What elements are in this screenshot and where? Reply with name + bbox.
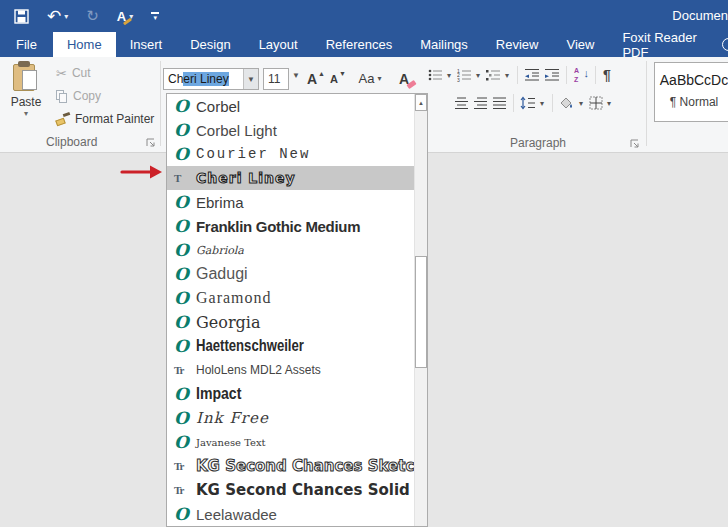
- undo-button[interactable]: ↶ ▾: [47, 0, 68, 32]
- decrease-indent-button[interactable]: [522, 65, 542, 85]
- scroll-up-button[interactable]: ▲: [415, 94, 427, 111]
- redo-button: ↻: [86, 0, 99, 32]
- line-spacing-caret[interactable]: ▾: [538, 99, 546, 108]
- multilevel-list-button[interactable]: [484, 65, 503, 85]
- opentype-icon: O: [174, 264, 196, 284]
- shading-dropdown-caret[interactable]: ▾: [577, 99, 585, 108]
- cut-label: Cut: [72, 66, 91, 80]
- svg-text:3: 3: [457, 77, 460, 83]
- sort-button[interactable]: AZ↓: [571, 65, 591, 85]
- paste-label: Paste: [6, 95, 46, 109]
- shading-button[interactable]: [557, 93, 577, 113]
- tab-view[interactable]: View: [552, 32, 608, 57]
- align-right-button[interactable]: [471, 93, 490, 113]
- dropdown-scrollbar[interactable]: ▲: [414, 94, 427, 526]
- font-name-combobox[interactable]: Cheri Liney ▼: [163, 68, 259, 90]
- font-item-franklin-gothic-medium[interactable]: OFranklin Gothic Medium: [167, 214, 414, 238]
- font-item-kg-second-chances-sketch[interactable]: TrKG Second Chances Sketch: [167, 454, 414, 478]
- tab-mailings[interactable]: Mailings: [406, 32, 482, 57]
- format-painter-label: Format Painter: [75, 112, 154, 126]
- borders-dropdown-caret[interactable]: ▾: [605, 99, 613, 108]
- bullets-button[interactable]: [426, 65, 445, 85]
- font-item-garamond[interactable]: OGaramond: [167, 286, 414, 310]
- paste-button[interactable]: Paste ▾: [6, 61, 46, 133]
- tab-layout[interactable]: Layout: [245, 32, 312, 57]
- font-name-value: Cheri Liney: [164, 72, 243, 86]
- font-item-cheri-liney[interactable]: TCheri Liney: [167, 166, 414, 190]
- scrollbar-thumb[interactable]: [415, 256, 427, 368]
- borders-button[interactable]: [587, 93, 605, 113]
- tab-foxit-reader-pdf[interactable]: Foxit Reader PDF: [608, 32, 728, 57]
- font-item-ebrima[interactable]: OEbrima: [167, 190, 414, 214]
- bullets-dropdown-caret[interactable]: ▾: [445, 71, 453, 80]
- increase-indent-button[interactable]: [542, 65, 562, 85]
- font-item-ink-free[interactable]: OInk Free: [167, 406, 414, 430]
- font-item-kg-second-chances-solid[interactable]: TrKG Second Chances Solid: [167, 478, 414, 502]
- font-item-courier-new[interactable]: OCourier New: [167, 142, 414, 166]
- tab-review[interactable]: Review: [482, 32, 553, 57]
- clear-formatting-button[interactable]: A: [394, 67, 414, 90]
- align-center-button[interactable]: [452, 93, 471, 113]
- cut-icon: ✂: [56, 66, 67, 81]
- font-item-gadugi[interactable]: OGadugi: [167, 262, 414, 286]
- opentype-icon: O: [174, 384, 196, 404]
- tab-file[interactable]: File: [0, 32, 53, 57]
- customize-qat-button[interactable]: ▾: [151, 0, 159, 32]
- numbering-dropdown-caret[interactable]: ▾: [474, 71, 482, 80]
- font-item-corbel-light[interactable]: OCorbel Light: [167, 118, 414, 142]
- opentype-icon: O: [174, 192, 196, 212]
- opentype-icon: O: [174, 288, 196, 308]
- font-size-value: 11: [264, 72, 288, 86]
- clipboard-group-label: Clipboard: [46, 135, 97, 149]
- paragraph-dialog-launcher[interactable]: [630, 139, 640, 149]
- font-size-combobox[interactable]: 11: [263, 68, 289, 90]
- font-item-hololens-mdl2-assets[interactable]: TrHoloLens MDL2 Assets: [167, 358, 414, 382]
- font-size-dropdown-arrow[interactable]: ▼: [292, 71, 300, 80]
- tab-insert[interactable]: Insert: [116, 32, 177, 57]
- clipboard-dialog-launcher[interactable]: [146, 138, 156, 148]
- font-name-dropdown-arrow[interactable]: ▼: [243, 69, 258, 89]
- shrink-font-button[interactable]: A▼: [328, 67, 348, 90]
- cut-button: ✂ Cut: [56, 63, 91, 83]
- tab-home[interactable]: Home: [53, 32, 116, 57]
- opentype-icon: O: [174, 96, 196, 116]
- format-painter-icon: [56, 113, 70, 126]
- truetype-icon: Tr: [174, 484, 196, 496]
- format-painter-button[interactable]: Format Painter: [56, 109, 154, 129]
- font-item-leelawadee[interactable]: OLeelawadee: [167, 502, 414, 526]
- numbering-button[interactable]: 123: [455, 65, 474, 85]
- tell-me-icon[interactable]: [722, 38, 728, 51]
- line-spacing-button[interactable]: [518, 93, 538, 113]
- opentype-icon: O: [174, 120, 196, 140]
- grow-font-button[interactable]: A▲: [306, 67, 326, 90]
- save-button[interactable]: [14, 0, 29, 32]
- style-normal-card[interactable]: AaBbCcDc ¶ Normal: [654, 62, 728, 122]
- style-name: ¶ Normal: [655, 95, 728, 109]
- font-item-gabriola[interactable]: OGabriola: [167, 238, 414, 262]
- change-case-button[interactable]: Aa▾: [356, 67, 384, 90]
- undo-dropdown-caret[interactable]: ▾: [64, 12, 68, 21]
- truetype-icon: T: [174, 172, 196, 184]
- paste-dropdown-caret[interactable]: ▾: [6, 109, 46, 118]
- opentype-icon: O: [174, 144, 196, 164]
- copy-button: Copy: [56, 86, 101, 106]
- pen-annotate-button[interactable]: A ▾: [117, 0, 133, 32]
- justify-button[interactable]: [490, 93, 509, 113]
- font-item-haettenschweiler[interactable]: OHaettenschweiler: [167, 334, 414, 358]
- show-hide-marks-button[interactable]: ¶: [600, 67, 614, 83]
- font-item-impact[interactable]: OImpact: [167, 382, 414, 406]
- font-item-georgia[interactable]: OGeorgia: [167, 310, 414, 334]
- customize-qat-icon: ▾: [151, 12, 159, 20]
- ribbon-tabs: File Home Insert Design Layout Reference…: [0, 32, 728, 57]
- truetype-icon: Tr: [174, 460, 196, 472]
- window-title: Documen: [672, 8, 728, 23]
- paragraph-group-label: Paragraph: [510, 136, 566, 150]
- multilevel-dropdown-caret[interactable]: ▾: [503, 71, 511, 80]
- tab-references[interactable]: References: [312, 32, 406, 57]
- font-item-javanese-text[interactable]: OJavanese Text: [167, 430, 414, 454]
- opentype-icon: O: [174, 432, 196, 452]
- opentype-icon: O: [174, 336, 196, 356]
- font-item-corbel[interactable]: OCorbel: [167, 94, 414, 118]
- paste-clipboard-icon: [13, 61, 39, 93]
- tab-design[interactable]: Design: [176, 32, 244, 57]
